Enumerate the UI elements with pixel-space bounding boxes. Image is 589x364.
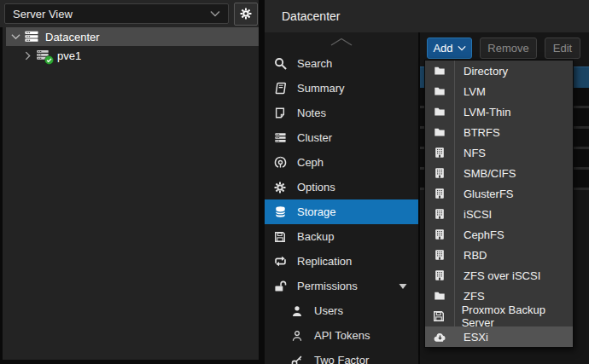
config-nav: Search Summary Notes Cluster Ceph Option… xyxy=(265,32,420,364)
key-icon xyxy=(290,354,304,364)
menu-item-label: RBD xyxy=(464,249,487,262)
panel-header: Datacenter xyxy=(265,0,589,32)
nav-item-users[interactable]: Users xyxy=(265,298,418,323)
menu-item-label: BTRFS xyxy=(464,126,500,139)
nav-item-permissions[interactable]: Permissions xyxy=(265,274,418,298)
folder-icon xyxy=(425,290,454,302)
nav-item-storage[interactable]: Storage xyxy=(265,199,418,224)
add-button-label: Add xyxy=(433,42,452,55)
chevron-down-icon xyxy=(210,10,220,17)
resource-tree: Datacenter pve1 xyxy=(3,27,259,360)
nav-item-label: Backup xyxy=(297,230,334,243)
edit-button-label: Edit xyxy=(553,42,572,55)
building-icon xyxy=(425,147,454,159)
nav-item-label: Users xyxy=(314,304,343,317)
menu-item-smb-cifs[interactable]: SMB/CIFS xyxy=(425,163,573,183)
menu-item-glusterfs[interactable]: GlusterFS xyxy=(425,183,573,204)
menu-item-proxmox-backup-server[interactable]: Proxmox Backup Server xyxy=(425,306,573,326)
folder-icon xyxy=(425,65,454,77)
building-icon xyxy=(425,269,454,281)
tree-item-datacenter[interactable]: Datacenter xyxy=(6,27,259,46)
menu-item-label: Directory xyxy=(464,65,508,78)
chevron-up-icon xyxy=(330,38,353,46)
menu-item-label: GlusterFS xyxy=(464,188,514,200)
book-icon xyxy=(273,82,287,95)
proxmox-window: Server View Datacenter pve1 xyxy=(0,0,589,364)
nav-item-label: Search xyxy=(297,57,332,70)
nav-item-label: Summary xyxy=(297,82,345,95)
nav-item-label: Permissions xyxy=(297,280,358,292)
nav-item-label: Ceph xyxy=(297,156,324,169)
building-icon xyxy=(425,228,454,240)
menu-item-label: iSCSI xyxy=(464,208,492,221)
menu-item-label: ESXi xyxy=(464,331,488,344)
nav-item-notes[interactable]: Notes xyxy=(265,101,418,125)
menu-item-label: NFS xyxy=(464,147,486,159)
nav-item-replication[interactable]: Replication xyxy=(265,249,418,274)
menu-item-cephfs[interactable]: CephFS xyxy=(425,224,573,245)
nav-item-summary[interactable]: Summary xyxy=(265,76,418,101)
folder-icon xyxy=(425,85,454,97)
menu-item-directory[interactable]: Directory xyxy=(425,61,573,81)
nav-item-label: API Tokens xyxy=(314,329,370,342)
search-icon xyxy=(273,57,287,71)
nav-item-cluster[interactable]: Cluster xyxy=(265,125,418,150)
nav-item-api-tokens[interactable]: API Tokens xyxy=(265,323,418,348)
menu-item-lvm-thin[interactable]: LVM-Thin xyxy=(425,101,573,122)
ok-check-icon xyxy=(44,55,54,65)
floppy-icon xyxy=(273,230,287,244)
nav-item-label: Notes xyxy=(297,107,326,119)
ceph-icon xyxy=(273,156,287,170)
menu-item-label: LVM xyxy=(464,85,486,98)
tree-item-label: Datacenter xyxy=(45,31,100,43)
add-button[interactable]: Add xyxy=(427,38,472,59)
left-topbar: Server View xyxy=(0,0,259,27)
remove-button[interactable]: Remove xyxy=(480,38,537,59)
menu-item-label: SMB/CIFS xyxy=(464,167,516,180)
tree-item-label: pve1 xyxy=(57,49,81,62)
nav-item-label: Cluster xyxy=(297,131,332,144)
nav-item-search[interactable]: Search xyxy=(265,51,418,76)
caret-down-icon[interactable] xyxy=(399,283,407,290)
view-selector-label: Server View xyxy=(13,8,73,20)
menu-item-label: ZFS over iSCSI xyxy=(464,269,540,282)
nav-item-backup[interactable]: Backup xyxy=(265,224,418,249)
folder-icon xyxy=(425,126,454,138)
nav-item-two-factor[interactable]: Two Factor xyxy=(265,348,418,364)
menu-item-btrfs[interactable]: BTRFS xyxy=(425,122,573,142)
edit-button[interactable]: Edit xyxy=(545,38,580,59)
server-rack-icon xyxy=(36,49,51,62)
user-outline-icon xyxy=(290,329,304,343)
building-icon xyxy=(425,249,454,261)
nav-item-options[interactable]: Options xyxy=(265,175,418,199)
menu-item-nfs[interactable]: NFS xyxy=(425,142,573,163)
menu-item-iscsi[interactable]: iSCSI xyxy=(425,204,573,224)
cloud-download-icon xyxy=(425,331,454,344)
menu-item-zfs-over-iscsi[interactable]: ZFS over iSCSI xyxy=(425,265,573,286)
nav-item-ceph[interactable]: Ceph xyxy=(265,150,418,175)
menu-item-lvm[interactable]: LVM xyxy=(425,81,573,101)
building-icon xyxy=(425,208,454,220)
menu-item-esxi[interactable]: ESXi xyxy=(425,326,573,347)
chevron-right-icon[interactable] xyxy=(21,51,33,61)
database-icon xyxy=(273,205,287,219)
menu-item-label: CephFS xyxy=(464,228,504,241)
menu-item-label: ZFS xyxy=(464,290,485,303)
cluster-icon xyxy=(273,131,287,145)
sync-icon xyxy=(273,255,287,269)
tree-item-pve1[interactable]: pve1 xyxy=(3,46,259,65)
remove-button-label: Remove xyxy=(487,42,528,55)
view-settings-button[interactable] xyxy=(234,3,258,26)
view-selector[interactable]: Server View xyxy=(4,3,229,24)
building-icon xyxy=(425,188,454,199)
chevron-down-icon xyxy=(458,45,466,51)
folder-icon xyxy=(425,106,454,118)
menu-item-rbd[interactable]: RBD xyxy=(425,245,573,265)
user-icon xyxy=(290,304,304,318)
nav-item-label: Two Factor xyxy=(314,354,369,364)
note-icon xyxy=(273,107,287,120)
chevron-down-icon[interactable] xyxy=(9,33,21,40)
building-icon xyxy=(425,167,454,179)
nav-collapse-handle[interactable] xyxy=(265,32,418,51)
nav-item-label: Storage xyxy=(297,205,336,218)
